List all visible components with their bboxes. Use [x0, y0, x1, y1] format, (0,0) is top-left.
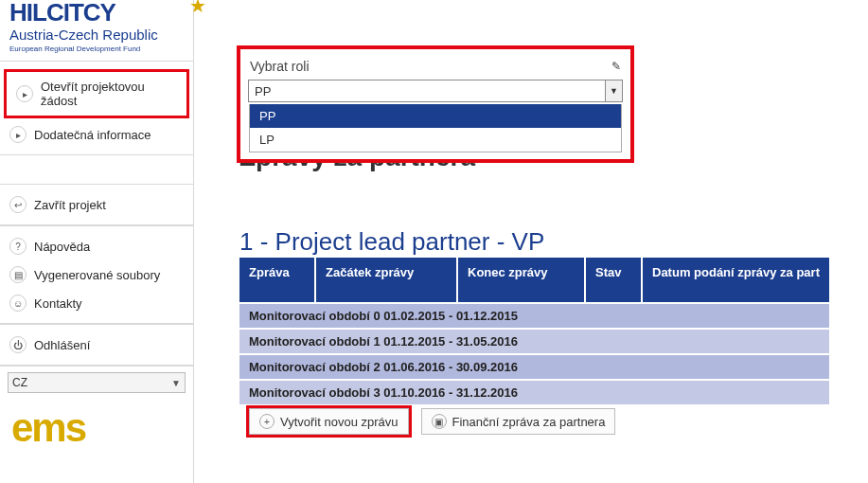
document-icon: ▣ — [432, 414, 447, 429]
sidebar-item-additional-info[interactable]: ▸ Dodatečná informace — [0, 120, 193, 149]
chevron-down-icon: ▼ — [171, 378, 181, 388]
button-label: Vytvořit novou zprávu — [280, 415, 399, 429]
power-icon: ⏻ — [9, 336, 27, 353]
sidebar-item-label: Vygenerované soubory — [34, 268, 160, 282]
back-icon: ↩ — [9, 196, 27, 213]
col-konec: Konec zprávy — [457, 258, 585, 303]
sidebar-group-logout: ⏻ Odhlášení — [0, 324, 193, 366]
sidebar-item-label: Zavřít projekt — [34, 198, 106, 212]
edit-icon[interactable]: ✎ — [611, 60, 621, 73]
sidebar-item-label: Nápověda — [34, 240, 90, 254]
table-row[interactable]: Monitorovací období 3 01.10.2016 - 31.12… — [239, 380, 829, 404]
logo-line3: European Regional Development Fund — [9, 45, 184, 53]
sidebar-item-help[interactable]: ? Nápověda — [0, 232, 193, 260]
col-stav: Stav — [585, 258, 642, 303]
logo-line1: HILCITCY — [9, 0, 184, 25]
sidebar-item-label: Kontakty — [34, 296, 82, 311]
sidebar-group-project: ▸ Otevřít projektovou žádost ▸ Dodatečná… — [0, 61, 193, 155]
financial-report-button[interactable]: ▣ Finanční zpráva za partnera — [421, 408, 616, 435]
table-row[interactable]: Monitorovací období 2 01.06.2016 - 30.09… — [239, 354, 829, 380]
sidebar-group-help: ? Nápověda ▤ Vygenerované soubory ☺ Kont… — [0, 225, 193, 324]
highlight-open-app: ▸ Otevřít projektovou žádost — [4, 69, 189, 118]
section-title: 1 - Project lead partner - VP — [239, 227, 544, 257]
open-icon: ▸ — [16, 85, 33, 102]
role-select[interactable]: PP ▼ PP LP — [248, 80, 623, 102]
contacts-icon: ☺ — [9, 295, 27, 312]
period-cell: Monitorovací období 3 01.10.2016 - 31.12… — [239, 380, 829, 404]
language-select[interactable]: CZ ▼ — [8, 372, 186, 393]
sidebar: HILCITCY Austria-Czech Republic European… — [0, 0, 194, 483]
action-row: + Vytvořit novou zprávu ▣ Finanční zpráv… — [246, 405, 615, 438]
role-option-lp[interactable]: LP — [250, 128, 621, 152]
help-icon: ? — [9, 238, 27, 255]
highlight-new-report: + Vytvořit novou zprávu — [246, 405, 412, 438]
main-content: Zprávy za partnera Vybrat roli ✎ PP ▼ PP… — [194, 0, 868, 483]
period-cell: Monitorovací období 0 01.02.2015 - 01.12… — [239, 303, 829, 329]
col-zacatek: Začátek zprávy — [315, 258, 457, 303]
sidebar-group-close: ↩ Zavřít projekt — [0, 184, 193, 225]
period-cell: Monitorovací období 1 01.12.2015 - 31.05… — [239, 329, 829, 354]
button-label: Finanční zpráva za partnera — [452, 415, 606, 429]
language-row: CZ ▼ — [0, 366, 193, 399]
period-cell: Monitorovací období 2 01.06.2016 - 30.09… — [239, 354, 829, 380]
table-row[interactable]: Monitorovací období 1 01.12.2015 - 31.05… — [239, 329, 829, 354]
reports-table: Zpráva Začátek zprávy Konec zprávy Stav … — [239, 258, 829, 404]
info-plus-icon: ▸ — [9, 126, 27, 143]
logo-block: HILCITCY Austria-Czech Republic European… — [0, 0, 193, 61]
plus-icon: + — [259, 414, 275, 429]
create-new-report-button[interactable]: + Vytvořit novou zprávu — [249, 408, 409, 435]
table-header-row: Zpráva Začátek zprávy Konec zprávy Stav … — [239, 258, 829, 303]
sidebar-item-generated-files[interactable]: ▤ Vygenerované soubory — [0, 260, 193, 289]
language-value: CZ — [12, 376, 27, 389]
col-zprava: Zpráva — [239, 258, 315, 303]
role-selector-frame: Vybrat roli ✎ PP ▼ PP LP — [237, 45, 634, 163]
sidebar-item-contacts[interactable]: ☺ Kontakty — [0, 289, 193, 317]
col-datum: Datum podání zprávy za part — [642, 258, 829, 303]
role-label-row: Vybrat roli ✎ — [248, 57, 623, 80]
sidebar-item-label: Odhlášení — [34, 338, 90, 352]
sidebar-item-close-project[interactable]: ↩ Zavřít projekt — [0, 190, 193, 219]
sidebar-item-open-app[interactable]: ▸ Otevřít projektovou žádost — [7, 74, 186, 114]
sidebar-item-label: Otevřít projektovou žádost — [41, 80, 177, 108]
chevron-down-icon[interactable]: ▼ — [605, 80, 622, 101]
logo-line2: Austria-Czech Republic — [9, 27, 184, 43]
ems-logo-text: ems — [11, 408, 85, 448]
sidebar-item-label: Dodatečná informace — [34, 128, 151, 142]
role-label: Vybrat roli — [250, 59, 310, 74]
role-option-pp[interactable]: PP — [250, 104, 621, 128]
ems-logo: ems ★ — [0, 399, 193, 457]
table-row[interactable]: Monitorovací období 0 01.02.2015 - 01.12… — [239, 303, 829, 329]
role-dropdown: PP LP — [249, 104, 622, 152]
sidebar-item-logout[interactable]: ⏻ Odhlášení — [0, 331, 193, 359]
files-icon: ▤ — [9, 266, 27, 283]
role-select-value: PP — [249, 84, 605, 98]
